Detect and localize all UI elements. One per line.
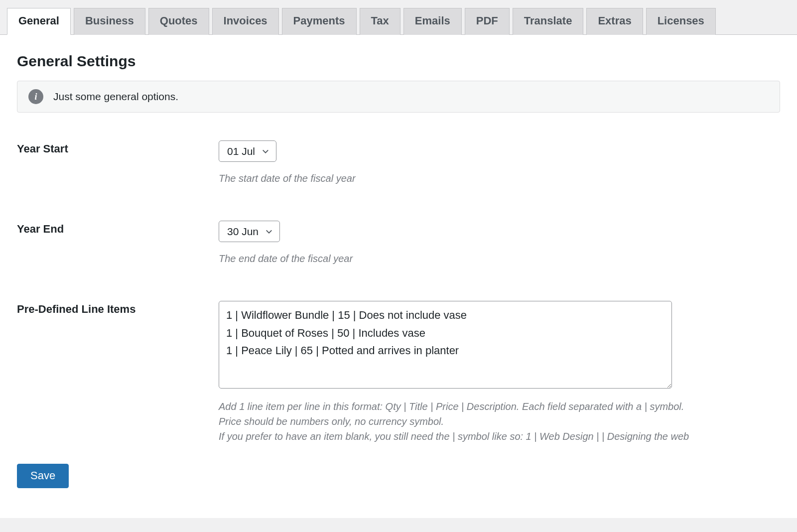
- year-end-description: The end date of the fiscal year: [219, 251, 780, 266]
- year-end-select[interactable]: 30 Jun: [219, 221, 280, 242]
- tab-pdf[interactable]: PDF: [465, 8, 510, 35]
- field-line-items: Add 1 line item per line in this format:…: [219, 301, 780, 444]
- label-year-end: Year End: [17, 221, 219, 236]
- tab-extras[interactable]: Extras: [586, 8, 643, 35]
- line-items-desc-line-2: Price should be numbers only, no currenc…: [219, 414, 780, 429]
- line-items-desc-line-3: If you prefer to have an item blank, you…: [219, 429, 780, 444]
- info-icon: i: [28, 89, 43, 104]
- line-items-textarea[interactable]: [219, 301, 672, 389]
- notice-box: i Just some general options.: [17, 81, 780, 113]
- tab-general[interactable]: General: [7, 8, 71, 35]
- save-button[interactable]: Save: [17, 464, 69, 488]
- tabs-nav: General Business Quotes Invoices Payment…: [0, 0, 797, 35]
- line-items-description: Add 1 line item per line in this format:…: [219, 399, 780, 444]
- label-year-start: Year Start: [17, 140, 219, 155]
- line-items-desc-line-1: Add 1 line item per line in this format:…: [219, 399, 780, 414]
- label-line-items: Pre-Defined Line Items: [17, 301, 219, 316]
- notice-text: Just some general options.: [53, 91, 178, 103]
- app-wrap: General Business Quotes Invoices Payment…: [0, 0, 797, 532]
- tab-payments[interactable]: Payments: [282, 8, 357, 35]
- tab-invoices[interactable]: Invoices: [212, 8, 279, 35]
- field-year-start: 01 Jul The start date of the fiscal year: [219, 140, 780, 186]
- submit-row: Save: [17, 464, 780, 488]
- tab-business[interactable]: Business: [74, 8, 145, 35]
- tab-emails[interactable]: Emails: [403, 8, 462, 35]
- chevron-down-icon: [262, 148, 269, 155]
- row-year-start: Year Start 01 Jul The start date of the …: [17, 140, 780, 186]
- field-year-end: 30 Jun The end date of the fiscal year: [219, 221, 780, 266]
- row-year-end: Year End 30 Jun The end date of the fisc…: [17, 221, 780, 266]
- year-end-value: 30 Jun: [227, 225, 259, 238]
- settings-panel: General Settings i Just some general opt…: [0, 35, 797, 518]
- row-line-items: Pre-Defined Line Items Add 1 line item p…: [17, 301, 780, 444]
- chevron-down-icon: [266, 228, 272, 235]
- tab-tax[interactable]: Tax: [360, 8, 400, 35]
- tab-translate[interactable]: Translate: [513, 8, 584, 35]
- year-start-select[interactable]: 01 Jul: [219, 140, 276, 162]
- page-title: General Settings: [17, 53, 780, 70]
- tab-quotes[interactable]: Quotes: [148, 8, 209, 35]
- year-start-value: 01 Jul: [227, 145, 255, 157]
- year-start-description: The start date of the fiscal year: [219, 171, 780, 186]
- tab-licenses[interactable]: Licenses: [646, 8, 716, 35]
